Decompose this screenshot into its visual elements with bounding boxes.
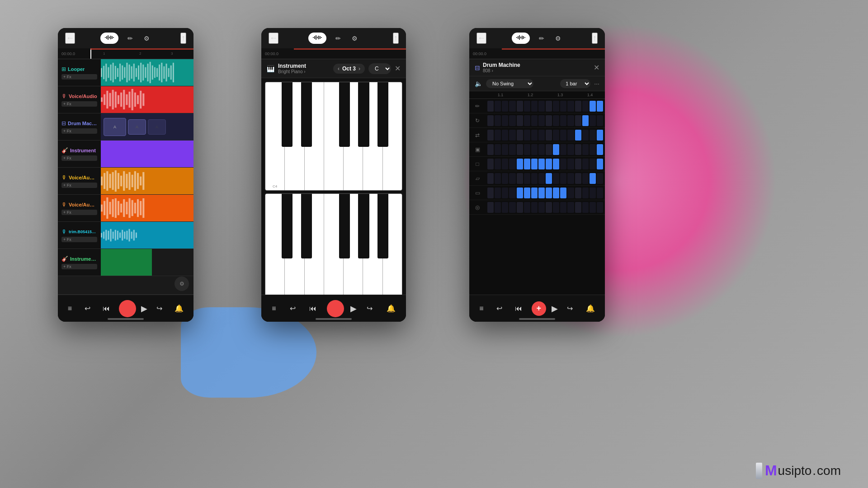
dm-cell-7-12[interactable] — [575, 202, 581, 213]
dm-cell-4-4[interactable] — [517, 159, 523, 169]
dm-cell-2-9[interactable] — [553, 130, 559, 141]
dm-cell-4-11[interactable] — [567, 159, 574, 169]
dm-cell-3-12[interactable] — [575, 144, 581, 155]
left-redo-btn[interactable]: ↪ — [153, 302, 166, 314]
dm-cell-6-5[interactable] — [524, 188, 530, 198]
black-key-ds3[interactable] — [301, 194, 312, 258]
dm-cell-2-11[interactable] — [567, 130, 574, 141]
center-play-btn[interactable]: ▶ — [350, 304, 357, 314]
dm-cell-4-0[interactable] — [487, 159, 494, 169]
dm-cell-7-11[interactable] — [567, 202, 574, 213]
black-key-gs3[interactable] — [358, 194, 369, 258]
oct-next-btn[interactable]: › — [359, 66, 360, 72]
track-voice3-fx[interactable]: + Fx — [61, 210, 97, 215]
track-looper[interactable]: ⊞ Looper + Fx — [58, 59, 193, 86]
dm-cell-3-4[interactable] — [517, 144, 523, 155]
dm-cell-2-5[interactable] — [524, 130, 530, 141]
black-key-fs3[interactable] — [339, 194, 350, 258]
dm-cell-2-2[interactable] — [502, 130, 508, 141]
dm-cell-2-10[interactable] — [560, 130, 566, 141]
dm-cell-7-7[interactable] — [538, 202, 545, 213]
dm-cell-7-14[interactable] — [590, 202, 596, 213]
center-mixer-btn[interactable]: ≡ — [268, 303, 279, 314]
center-metronome-btn[interactable]: 🔔 — [383, 302, 399, 314]
left-mixer-btn[interactable]: ≡ — [64, 303, 75, 314]
dm-cell-0-5[interactable] — [524, 101, 530, 112]
left-rewind-btn[interactable]: ⏮ — [99, 303, 113, 314]
dm-cell-1-7[interactable] — [538, 115, 545, 126]
dm-cell-4-6[interactable] — [531, 159, 538, 169]
dm-cell-3-10[interactable] — [560, 144, 566, 155]
dm-cell-6-12[interactable] — [575, 188, 581, 198]
track-looper-fx[interactable]: + Fx — [61, 74, 97, 80]
right-mixer-btn[interactable]: ≡ — [476, 303, 487, 314]
dm-cell-1-5[interactable] — [524, 115, 530, 126]
track-drum[interactable]: ⊟ Drum Machine + Fx A A A — [58, 113, 193, 141]
dm-cell-1-15[interactable] — [597, 115, 603, 126]
dm-cell-7-0[interactable] — [487, 202, 494, 213]
right-pencil-btn[interactable]: ✏ — [537, 33, 546, 44]
right-share-btn[interactable]: ↑ — [592, 33, 598, 44]
right-waveform-btn[interactable] — [512, 33, 530, 44]
dm-cell-4-15[interactable] — [597, 159, 603, 169]
dm-cell-1-0[interactable] — [487, 115, 494, 126]
dm-cell-3-3[interactable] — [509, 144, 515, 155]
center-undo-btn[interactable]: ↩ — [286, 302, 299, 314]
dm-cell-1-9[interactable] — [553, 115, 559, 126]
dm-cell-6-10[interactable] — [560, 188, 566, 198]
dm-cell-6-8[interactable] — [546, 188, 552, 198]
right-rewind-btn[interactable]: ⏮ — [511, 303, 526, 314]
right-redo-btn[interactable]: ↪ — [563, 302, 576, 314]
oct-prev-btn[interactable]: ‹ — [338, 66, 340, 72]
dm-cell-2-13[interactable] — [582, 130, 589, 141]
dm-cell-5-8[interactable] — [546, 173, 552, 184]
track-instrument-fx[interactable]: + Fx — [61, 155, 97, 161]
dm-cell-6-1[interactable] — [495, 188, 501, 198]
dm-cell-3-0[interactable] — [487, 144, 494, 155]
black-key-fs4[interactable] — [339, 82, 350, 147]
dm-cell-3-11[interactable] — [567, 144, 574, 155]
dm-cell-4-5[interactable] — [524, 159, 530, 169]
dm-cell-6-14[interactable] — [590, 188, 596, 198]
dm-cell-6-11[interactable] — [567, 188, 574, 198]
dm-cell-4-2[interactable] — [502, 159, 508, 169]
dm-cell-0-1[interactable] — [495, 101, 501, 112]
dm-cell-0-12[interactable] — [575, 101, 581, 112]
dm-cell-3-14[interactable] — [590, 144, 596, 155]
dm-cell-2-4[interactable] — [517, 130, 523, 141]
dm-cell-6-13[interactable] — [582, 188, 589, 198]
dm-cell-1-10[interactable] — [560, 115, 566, 126]
dm-cell-0-3[interactable] — [509, 101, 515, 112]
dm-cell-0-7[interactable] — [538, 101, 545, 112]
dm-cell-1-2[interactable] — [502, 115, 508, 126]
right-undo-btn[interactable]: ↩ — [493, 302, 506, 314]
right-add-btn[interactable]: + — [532, 301, 546, 316]
track-drum-fx[interactable]: + Fx — [61, 128, 97, 134]
dm-cell-3-13[interactable] — [582, 144, 589, 155]
dm-cell-2-8[interactable] — [546, 130, 552, 141]
dm-cell-2-1[interactable] — [495, 130, 501, 141]
track-instrument[interactable]: 🎸 Instrument + Fx — [58, 141, 193, 168]
dm-cell-1-12[interactable] — [575, 115, 581, 126]
dm-cell-7-10[interactable] — [560, 202, 566, 213]
dm-cell-1-8[interactable] — [546, 115, 552, 126]
dm-close-btn[interactable]: ✕ — [594, 63, 599, 72]
dm-cell-2-0[interactable] — [487, 130, 494, 141]
dm-cell-3-1[interactable] — [495, 144, 501, 155]
dm-cell-7-9[interactable] — [553, 202, 559, 213]
dm-cell-2-3[interactable] — [509, 130, 515, 141]
dm-cell-7-3[interactable] — [509, 202, 515, 213]
left-share-btn[interactable]: ↑ — [180, 33, 186, 44]
dm-cell-6-15[interactable] — [597, 188, 603, 198]
dm-cell-4-7[interactable] — [538, 159, 545, 169]
dm-cell-5-5[interactable] — [524, 173, 530, 184]
dm-cell-7-5[interactable] — [524, 202, 530, 213]
dm-cell-0-2[interactable] — [502, 101, 508, 112]
dm-cell-3-15[interactable] — [597, 144, 603, 155]
dm-cell-4-14[interactable] — [590, 159, 596, 169]
dm-cell-4-1[interactable] — [495, 159, 501, 169]
dm-cell-0-6[interactable] — [531, 101, 538, 112]
dm-cell-0-15[interactable] — [597, 101, 603, 112]
swing-select[interactable]: No Swing Light Swing Heavy Swing — [486, 79, 533, 88]
dm-cell-7-13[interactable] — [582, 202, 589, 213]
